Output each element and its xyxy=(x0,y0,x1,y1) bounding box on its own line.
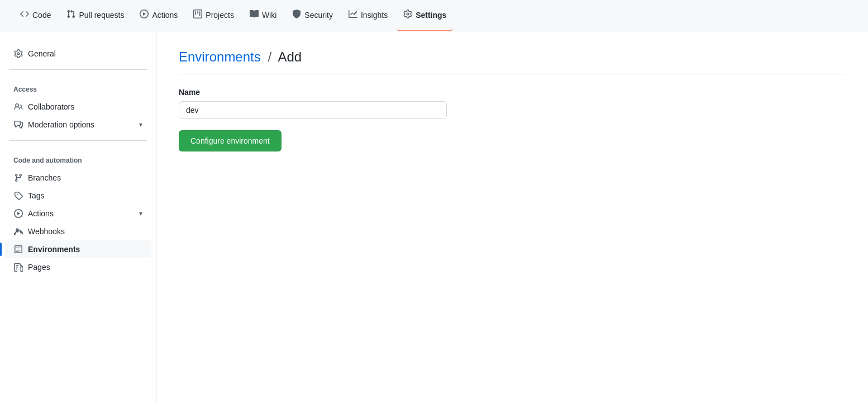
nav-insights-label: Insights xyxy=(361,11,388,20)
sidebar-actions-label: Actions xyxy=(28,209,135,218)
actions-chevron-icon: ▾ xyxy=(139,210,142,217)
pull-requests-icon xyxy=(66,10,75,20)
sidebar-environments-label: Environments xyxy=(28,245,142,254)
sidebar-moderation-label: Moderation options xyxy=(28,120,135,129)
gear-icon xyxy=(13,49,23,58)
nav-security[interactable]: Security xyxy=(285,0,340,31)
name-label: Name xyxy=(179,88,846,97)
collaborators-icon xyxy=(13,102,23,111)
breadcrumb-environments-link[interactable]: Environments xyxy=(179,49,261,64)
sidebar-item-pages[interactable]: Pages xyxy=(4,258,151,276)
sidebar-item-moderation[interactable]: Moderation options ▾ xyxy=(4,116,151,134)
webhooks-icon xyxy=(13,227,23,236)
name-form-group: Name xyxy=(179,88,846,119)
sidebar-webhooks-label: Webhooks xyxy=(28,227,142,236)
main-content: Environments / Add Name Configure enviro… xyxy=(156,31,868,403)
security-icon xyxy=(292,10,301,20)
nav-code[interactable]: Code xyxy=(13,0,58,31)
sidebar-general-label: General xyxy=(28,49,142,58)
projects-icon xyxy=(193,10,202,20)
nav-security-label: Security xyxy=(304,11,333,20)
page-title: Environments / Add xyxy=(179,49,846,65)
nav-pull-requests[interactable]: Pull requests xyxy=(60,0,131,31)
main-layout: General Access Collaborators Moderation … xyxy=(0,31,868,403)
configure-environment-button[interactable]: Configure environment xyxy=(179,130,282,151)
pages-icon xyxy=(13,263,23,272)
nav-wiki[interactable]: Wiki xyxy=(243,0,283,31)
sidebar-item-branches[interactable]: Branches xyxy=(4,169,151,187)
moderation-chevron-icon: ▾ xyxy=(139,121,142,129)
page-header: Environments / Add xyxy=(179,49,846,74)
branches-icon xyxy=(13,173,23,182)
breadcrumb-separator: / xyxy=(268,49,271,64)
nav-insights[interactable]: Insights xyxy=(342,0,394,31)
sidebar-divider-2 xyxy=(9,140,147,141)
sidebar-item-tags[interactable]: Tags xyxy=(4,187,151,205)
environments-icon xyxy=(13,245,23,254)
nav-projects-label: Projects xyxy=(206,11,234,20)
sidebar-section-code-automation: Code and automation xyxy=(0,148,156,169)
sidebar-item-webhooks[interactable]: Webhooks xyxy=(4,222,151,240)
moderation-icon xyxy=(13,120,23,129)
settings-icon xyxy=(403,10,412,20)
top-nav: Code Pull requests Actions Projects Wiki… xyxy=(0,0,868,31)
tags-icon xyxy=(13,191,23,200)
nav-pull-requests-label: Pull requests xyxy=(79,11,124,20)
insights-icon xyxy=(349,10,357,20)
code-icon xyxy=(20,10,29,20)
page-title-text: Add xyxy=(278,49,302,64)
actions-sidebar-icon xyxy=(13,209,23,218)
sidebar: General Access Collaborators Moderation … xyxy=(0,31,156,403)
sidebar-section-access: Access xyxy=(0,77,156,98)
nav-projects[interactable]: Projects xyxy=(187,0,241,31)
wiki-icon xyxy=(250,10,259,20)
nav-settings-label: Settings xyxy=(416,11,446,20)
sidebar-pages-label: Pages xyxy=(28,263,142,272)
sidebar-collaborators-label: Collaborators xyxy=(28,102,142,111)
sidebar-branches-label: Branches xyxy=(28,173,142,182)
nav-code-label: Code xyxy=(32,11,51,20)
sidebar-item-general[interactable]: General xyxy=(4,45,151,63)
actions-icon xyxy=(140,10,149,20)
sidebar-item-actions[interactable]: Actions ▾ xyxy=(4,205,151,222)
sidebar-divider-1 xyxy=(9,69,147,70)
nav-wiki-label: Wiki xyxy=(262,11,276,20)
sidebar-item-environments[interactable]: Environments xyxy=(4,240,151,258)
nav-actions[interactable]: Actions xyxy=(133,0,184,31)
sidebar-item-collaborators[interactable]: Collaborators xyxy=(4,98,151,116)
environment-name-input[interactable] xyxy=(179,101,447,119)
nav-actions-label: Actions xyxy=(152,11,178,20)
nav-settings[interactable]: Settings xyxy=(397,0,453,31)
sidebar-tags-label: Tags xyxy=(28,191,142,200)
